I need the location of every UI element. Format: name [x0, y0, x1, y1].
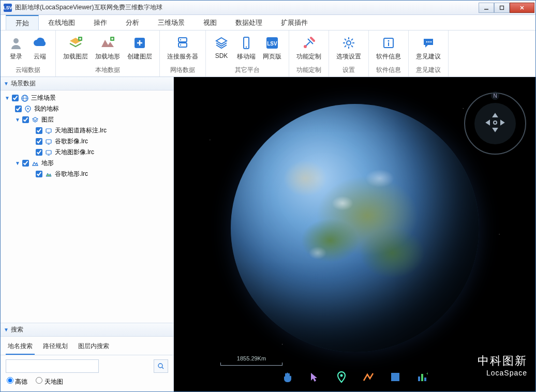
tree-checkbox[interactable]	[22, 116, 29, 123]
tree-label: 图层	[41, 115, 54, 124]
load-layer-button[interactable]: 加载图层	[60, 33, 91, 63]
brand-watermark: 中科图新 LocaSpace	[478, 353, 527, 377]
svg-line-25	[345, 46, 346, 47]
pin-tool[interactable]	[334, 370, 349, 384]
compass-north[interactable]: N	[491, 92, 499, 100]
compass-pan[interactable]	[474, 103, 516, 144]
search-button[interactable]	[154, 359, 168, 373]
tree-checkbox[interactable]	[36, 171, 42, 177]
svg-rect-9	[178, 43, 187, 47]
line-tool[interactable]	[361, 370, 376, 384]
select-tool[interactable]	[307, 370, 322, 384]
create-layer-button[interactable]: 创建图层	[124, 33, 155, 63]
tree-label: 三维场景	[31, 94, 56, 102]
ribbon-btn-label: 加载地形	[95, 52, 120, 61]
tree-layer-item[interactable]: 天地图影像.lrc	[1, 147, 173, 158]
info-button[interactable]: 软件信息	[373, 33, 404, 63]
ribbon-group: 连接服务器网络数据	[160, 31, 206, 77]
svg-rect-47	[391, 373, 399, 381]
layers-add-icon	[67, 35, 84, 51]
menu-operate[interactable]: 操作	[84, 15, 116, 30]
provider-tianditu[interactable]: 天地图	[36, 377, 63, 386]
svg-point-35	[27, 108, 29, 109]
menu-online-map[interactable]: 在线地图	[39, 15, 84, 30]
provider-gaode[interactable]: 高德	[7, 377, 27, 386]
search-tab-layer[interactable]: 图层内搜索	[76, 340, 111, 355]
nav-compass[interactable]: N	[464, 93, 526, 155]
custom-button[interactable]: 功能定制	[293, 33, 324, 63]
tree-checkbox[interactable]	[15, 105, 22, 112]
maximize-button[interactable]	[494, 3, 510, 13]
connect-server-button[interactable]: 连接服务器	[164, 33, 201, 63]
menu-plugins[interactable]: 扩展插件	[272, 15, 317, 30]
ribbon-group-label: 功能定制	[289, 65, 329, 77]
window-title: 图新地球(LocaSpaceViewer)互联网免费三维数字地球	[15, 3, 479, 12]
info-icon	[380, 35, 397, 51]
minimize-button[interactable]	[479, 3, 494, 13]
menu-view[interactable]: 视图	[194, 15, 226, 30]
ribbon-btn-label: SDK	[215, 52, 228, 59]
tree-layer-item[interactable]: 谷歌影像.lrc	[1, 136, 173, 147]
scene-panel-header[interactable]: ▼ 场景数据	[1, 77, 173, 91]
monitor-icon	[44, 148, 53, 157]
gear-icon	[340, 35, 357, 51]
search-tab-route[interactable]: 路径规划	[41, 340, 70, 355]
search-tab-place[interactable]: 地名搜索	[6, 340, 35, 355]
search-panel: ▼ 搜索 地名搜索 路径规划 图层内搜索 高德 天	[1, 323, 173, 391]
brand-cn: 中科图新	[478, 353, 527, 369]
tree-checkbox[interactable]	[36, 127, 42, 134]
svg-point-13	[246, 47, 247, 48]
sdk-button[interactable]: SDK	[210, 33, 233, 62]
bars-tool[interactable]: +	[415, 370, 429, 384]
svg-text:LSV: LSV	[267, 41, 277, 47]
tree-label: 天地图影像.lrc	[55, 148, 94, 157]
close-button[interactable]	[510, 3, 534, 13]
tree-terrain-item[interactable]: 谷歌地形.lrc	[1, 169, 173, 179]
ribbon-group-label: 设置	[329, 65, 368, 77]
cloud-button[interactable]: 云端	[28, 33, 51, 63]
globe-viewer[interactable]: N 1855.29Km + 中科图新 LocaSpace	[174, 77, 535, 391]
scale-line	[220, 363, 282, 366]
ribbon-group: 软件信息软件信息	[369, 31, 409, 77]
search-input[interactable]	[6, 359, 99, 373]
tree-checkbox[interactable]	[36, 149, 42, 156]
ribbon-btn-label: 云端	[34, 52, 46, 61]
tree-checkbox[interactable]	[36, 138, 42, 145]
menu-analyze[interactable]: 分析	[116, 15, 148, 30]
polygon-tool[interactable]	[388, 370, 403, 384]
svg-point-10	[180, 39, 181, 40]
load-terrain-button[interactable]: 加载地形	[92, 33, 123, 63]
menu-data[interactable]: 数据处理	[226, 15, 272, 30]
tree-layers[interactable]: ▼ 图层	[1, 114, 173, 125]
pan-tool[interactable]	[280, 370, 295, 384]
web-button[interactable]: LSV网页版	[260, 33, 285, 63]
tree-checkbox[interactable]	[22, 160, 29, 167]
tree-layer-item[interactable]: 天地图道路标注.lrc	[1, 125, 173, 136]
tools-icon	[301, 35, 317, 51]
ribbon-btn-label: 网页版	[263, 52, 281, 61]
ribbon-group-label: 网络数据	[160, 65, 205, 77]
ribbon-btn-label: 连接服务器	[167, 52, 198, 61]
menu-3d-scene[interactable]: 三维场景	[148, 15, 194, 30]
login-button[interactable]: 登录	[5, 33, 27, 63]
tree-root[interactable]: ▼ 三维场景	[1, 93, 173, 103]
ribbon-group: 加载图层加载地形创建图层本地数据	[56, 31, 160, 77]
tree-checkbox[interactable]	[12, 95, 19, 101]
ribbon-btn-label: 移动端	[237, 52, 256, 61]
tree-terrain[interactable]: ▼ 地形	[1, 158, 173, 169]
ribbon-group: 功能定制功能定制	[289, 31, 329, 77]
mobile-button[interactable]: 移动端	[234, 33, 259, 63]
pin-icon	[24, 105, 32, 113]
collapse-icon: ▼	[4, 81, 9, 86]
search-panel-header[interactable]: ▼ 搜索	[1, 323, 173, 337]
ribbon-group-label: 意见建议	[409, 65, 448, 77]
feedback-button[interactable]: 意见建议	[413, 33, 444, 63]
server-icon	[174, 35, 191, 51]
ribbon-group-label: 云端数据	[1, 65, 55, 77]
collapse-icon: ▼	[4, 327, 9, 333]
tree-my-places[interactable]: 我的地标	[1, 103, 173, 114]
svg-point-30	[428, 41, 430, 43]
svg-point-16	[304, 45, 307, 48]
settings-button[interactable]: 选项设置	[333, 33, 364, 63]
menu-start[interactable]: 开始	[6, 15, 39, 30]
